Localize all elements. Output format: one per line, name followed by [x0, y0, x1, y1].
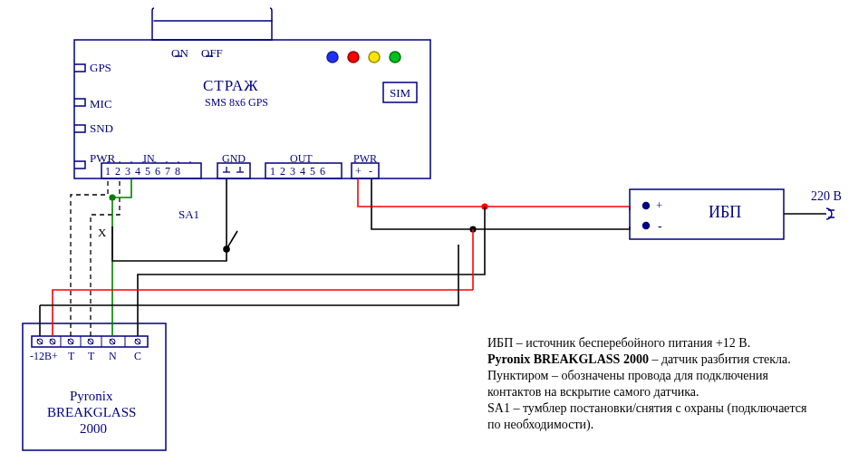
in-pins-row: 12345678 [105, 165, 185, 178]
label-pwr-left: PWR [90, 152, 115, 165]
out-pins-row: 123456 [270, 165, 330, 178]
ups-title: ИБП [709, 206, 741, 218]
label-sa1: SA1 [178, 208, 199, 221]
svg-point-27 [643, 203, 650, 209]
ups-plus: + [656, 199, 662, 212]
sensor-line3: 2000 [80, 422, 107, 435]
sensor-line2: BREAKGLASS [47, 406, 136, 419]
svg-rect-32 [32, 336, 148, 347]
pwr-plus: + [355, 165, 362, 178]
label-gps: GPS [90, 62, 111, 74]
notes-block: ИБП – источник бесперебойного питания +1… [487, 335, 807, 433]
label-snd: SND [90, 122, 113, 135]
ups-minus: - [658, 220, 662, 233]
svg-point-49 [110, 195, 115, 200]
svg-rect-17 [217, 163, 250, 178]
label-on: ON [171, 47, 188, 60]
sensor-term-n: N [109, 350, 117, 362]
sensor-term-12b: -12B+ [30, 350, 58, 362]
label-sim: SIM [390, 87, 410, 100]
svg-point-5 [348, 52, 359, 63]
label-in: IN [143, 152, 155, 165]
label-off: OFF [201, 47, 223, 60]
svg-point-28 [643, 223, 650, 229]
sensor-term-t1: T [68, 350, 74, 362]
svg-point-4 [327, 52, 338, 63]
label-gnd: GND [222, 152, 246, 165]
label-out: OUT [290, 152, 313, 165]
svg-point-7 [390, 52, 400, 63]
pwr-minus: - [369, 165, 372, 178]
sensor-term-c: C [134, 350, 141, 362]
device-subtitle: SMS 8x6 GPS [205, 96, 268, 109]
device-title: СТРАЖ [203, 80, 259, 92]
svg-point-6 [369, 52, 380, 63]
ups-mains: 220 В [811, 190, 842, 203]
label-mic: MIC [90, 98, 112, 111]
label-pwr-right: PWR [353, 152, 377, 165]
sensor-line1: Pyronix [70, 390, 113, 402]
svg-rect-26 [630, 189, 784, 239]
sensor-term-t2: T [88, 350, 94, 362]
label-x: X [98, 226, 106, 239]
